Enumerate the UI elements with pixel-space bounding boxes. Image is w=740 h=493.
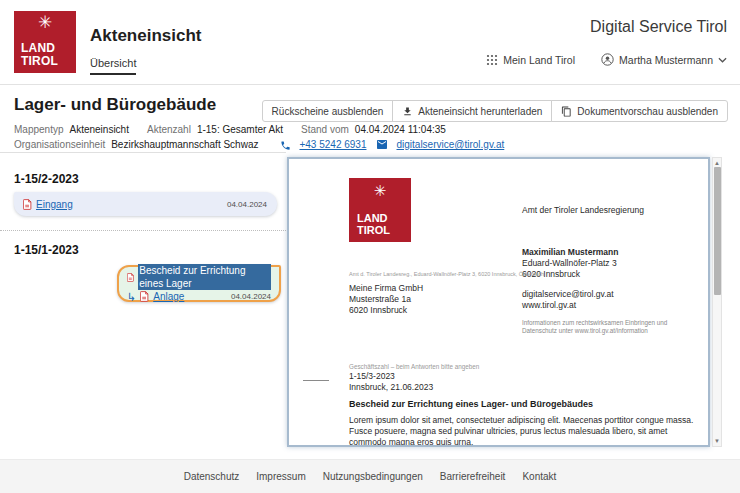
- brand-title: Digital Service Tirol: [590, 18, 727, 36]
- letter-logo-line2: TIROL: [357, 224, 411, 236]
- pdf-file-icon: [140, 291, 149, 302]
- document-tree-panel: 1-15/2-2023 Eingang 04.04.2024 1-15/1-20…: [0, 152, 286, 455]
- anlage-date: 04.04.2024: [231, 290, 271, 303]
- download-icon: [402, 106, 413, 117]
- chevron-down-icon: [718, 57, 727, 63]
- letter-info-note: Informationen zum rechtswirksamen Einbri…: [522, 319, 682, 335]
- page-title: Lager- und Bürogebäude: [14, 95, 216, 115]
- mein-land-tirol-link[interactable]: Mein Land Tirol: [486, 54, 575, 66]
- tree-group-id-1: 1-15/2-2023: [14, 153, 286, 186]
- user-menu[interactable]: Martha Mustermann: [601, 53, 727, 66]
- aktenzahl-label: Aktenzahl: [147, 123, 191, 137]
- land-tirol-logo: ✳ LAND TIROL: [14, 11, 76, 73]
- letter-body: Lorem ipsum dolor sit amet, consectetuer…: [349, 415, 705, 447]
- bescheid-link-selected[interactable]: Bescheid zur Errichtung eines Lager: [138, 264, 271, 290]
- tree-group-id-2: 1-15/1-2023: [14, 243, 286, 257]
- footer-link-impressum[interactable]: Impressum: [256, 471, 305, 482]
- recipient-name: Maximilian Mustermann: [522, 247, 618, 258]
- user-name-label: Martha Mustermann: [619, 54, 713, 66]
- user-avatar-icon: [601, 53, 614, 66]
- mein-land-tirol-label: Mein Land Tirol: [503, 54, 575, 66]
- tree-divider: [0, 230, 286, 231]
- organisationseinheit-label: Organisationseinheit: [14, 138, 105, 152]
- letter-sender-line: Amt d. Tiroler Landesreg., Eduard-Wallnö…: [349, 271, 544, 277]
- footer-link-datenschutz[interactable]: Datenschutz: [184, 471, 240, 482]
- file-metadata: Mappentyp Akteneinsicht Aktenzahl 1-15: …: [14, 123, 714, 153]
- app-title: Akteneinsicht: [90, 26, 201, 46]
- download-akteneinsicht-button[interactable]: Akteneinsicht herunterladen: [392, 100, 552, 122]
- scrollbar-down-icon[interactable]: ▼: [713, 437, 721, 445]
- pdf-file-icon: [23, 199, 32, 210]
- anlage-link[interactable]: Anlage: [153, 290, 184, 303]
- letter-office-name: Amt der Tiroler Landesregierung: [522, 205, 644, 215]
- recipient-street: Eduard-Wallnöfer-Platz 3: [522, 258, 618, 269]
- tree-item-eingang[interactable]: Eingang 04.04.2024: [14, 192, 277, 216]
- mappentyp-label: Mappentyp: [14, 123, 63, 137]
- letter-logo-line1: LAND: [357, 212, 411, 224]
- action-button-group: Rückscheine ausblenden Akteneinsicht her…: [262, 100, 728, 122]
- apps-grid-icon: [486, 54, 498, 66]
- footer-link-kontakt[interactable]: Kontakt: [522, 471, 556, 482]
- tree-item-bescheid[interactable]: Bescheid zur Errichtung eines Lager ↳ An…: [117, 265, 281, 302]
- preview-scrollbar[interactable]: ▲ ▼: [712, 157, 722, 447]
- addressee-street: Musterstraße 1a: [349, 294, 423, 305]
- download-akteneinsicht-label: Akteneinsicht herunterladen: [418, 106, 542, 117]
- aktenzahl-value: 1-15: Gesamter Akt: [197, 123, 283, 137]
- scrollbar-up-icon[interactable]: ▲: [713, 159, 721, 167]
- tab-uebersicht[interactable]: Übersicht: [90, 57, 136, 75]
- hide-dokumentvorschau-label: Dokumentvorschau ausblenden: [577, 106, 718, 117]
- stand-vom-label: Stand vom: [301, 123, 349, 137]
- place-date: Innsbruck, 21.06.2023: [349, 382, 433, 393]
- eingang-link[interactable]: Eingang: [36, 198, 73, 211]
- document-preview-icon: [561, 106, 572, 117]
- phone-link[interactable]: +43 5242 6931: [299, 138, 366, 152]
- app-window: ✳ LAND TIROL Akteneinsicht Übersicht Dig…: [0, 0, 740, 493]
- letter-contact-block: digitalservice@tirol.gv.at www.tirol.gv.…: [522, 289, 614, 311]
- email-link[interactable]: digitalservice@tirol.gv.at: [396, 138, 504, 152]
- attachment-arrow-icon: ↳: [127, 292, 136, 302]
- letter-ref-label: Geschäftszahl – beim Antworten bitte ang…: [349, 363, 479, 370]
- scrollbar-thumb[interactable]: [714, 167, 721, 295]
- app-header: ✳ LAND TIROL Akteneinsicht Übersicht Dig…: [0, 0, 740, 85]
- letter-ref-block: 1-15/3-2023 Innsbruck, 21.06.2023: [349, 371, 433, 393]
- hide-rueckscheine-button[interactable]: Rückscheine ausblenden: [262, 100, 394, 122]
- hide-rueckscheine-label: Rückscheine ausblenden: [272, 106, 384, 117]
- footer-link-nutzungsbedingungen[interactable]: Nutzungsbedingungen: [323, 471, 423, 482]
- mail-icon: [376, 140, 388, 150]
- letter-email: digitalservice@tirol.gv.at: [522, 289, 614, 300]
- mappentyp-value: Akteneinsicht: [69, 123, 128, 137]
- tirol-eagle-icon: ✳: [14, 14, 76, 31]
- letter-land-tirol-logo: ✳ LAND TIROL: [349, 178, 411, 242]
- fold-mark: [303, 380, 329, 381]
- letter-subject: Bescheid zur Errichtung eines Lager- und…: [349, 399, 593, 409]
- letter-addressee-block: Meine Firma GmbH Musterstraße 1a 6020 In…: [349, 283, 423, 316]
- pdf-file-icon: [127, 272, 134, 283]
- addressee-company: Meine Firma GmbH: [349, 283, 423, 294]
- tirol-eagle-icon: ✳: [349, 182, 411, 200]
- addressee-city: 6020 Innsbruck: [349, 305, 423, 316]
- stand-vom-value: 04.04.2024 11:04:35: [355, 123, 446, 137]
- eingang-date: 04.04.2024: [227, 198, 267, 211]
- footer: Datenschutz Impressum Nutzungsbedingunge…: [0, 459, 740, 493]
- hide-dokumentvorschau-button[interactable]: Dokumentvorschau ausblenden: [551, 100, 728, 122]
- logo-text-line2: TIROL: [21, 55, 76, 68]
- phone-icon: [280, 140, 291, 151]
- ref-number: 1-15/3-2023: [349, 371, 433, 382]
- organisationseinheit-value: Bezirkshauptmannschaft Schwaz: [111, 138, 258, 152]
- letter-website: www.tirol.gv.at: [522, 300, 614, 311]
- footer-link-barrierefreiheit[interactable]: Barrierefreiheit: [440, 471, 506, 482]
- account-row: Mein Land Tirol Martha Mustermann: [486, 53, 727, 66]
- document-preview-page: ✳ LAND TIROL Amt der Tiroler Landesregie…: [287, 157, 710, 447]
